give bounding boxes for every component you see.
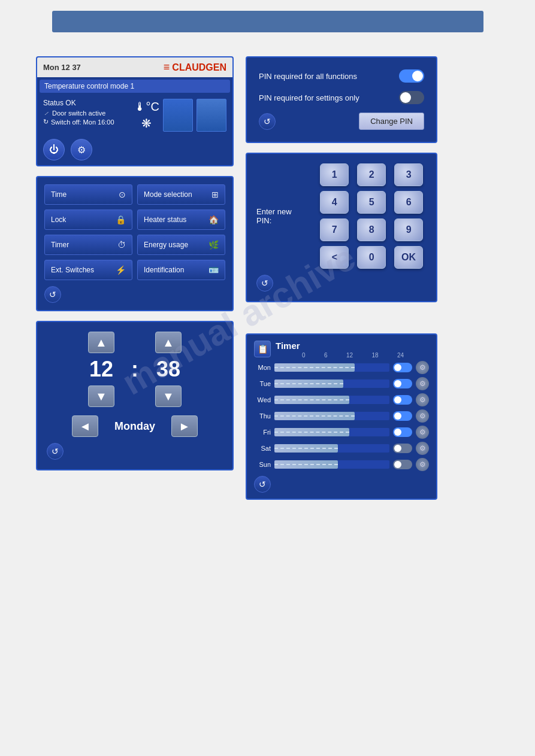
timer-toggle-knob-sat <box>394 445 401 452</box>
settings-btn-id[interactable]: Identification 🪪 <box>137 260 225 280</box>
key-back[interactable]: < <box>320 246 349 269</box>
timer-bar-mon[interactable] <box>274 363 389 372</box>
timer-toggle-sun[interactable] <box>393 460 412 469</box>
timer-gear-tue[interactable]: ⚙ <box>416 377 429 390</box>
timer-bar-thu[interactable] <box>274 412 389 420</box>
pin-label-2: PIN required for settings only <box>259 93 359 102</box>
settings-button[interactable]: ⚙ <box>71 139 92 160</box>
timer-gear-mon[interactable]: ⚙ <box>416 361 429 374</box>
mode-label: Temperature control mode 1 <box>44 82 134 90</box>
scale-12: 12 <box>346 352 353 359</box>
settings-btn-mode[interactable]: Mode selection ⊞ <box>137 184 225 205</box>
timer-bar-wed[interactable] <box>274 396 389 404</box>
settings-btn-lock[interactable]: Lock 🔒 <box>44 210 132 230</box>
right-column: PIN required for all functions PIN requi… <box>246 56 437 500</box>
time-footer: ↺ <box>47 443 223 460</box>
timer-copy-button[interactable]: 📋 <box>254 341 271 357</box>
timer-toggle-tue[interactable] <box>393 379 412 388</box>
time-separator: : <box>131 357 138 382</box>
key-1[interactable]: 1 <box>320 163 349 186</box>
timer-bar-line-fri <box>274 432 349 433</box>
keypad-footer: ↺ <box>256 275 427 292</box>
pin-label-1: PIN required for all functions <box>259 72 357 81</box>
timer-title: Timer <box>276 341 300 351</box>
temp-block-2[interactable] <box>197 99 226 132</box>
logo-text: CLAUDGEN <box>172 62 226 73</box>
timer-gear-fri[interactable]: ⚙ <box>416 426 429 439</box>
timer-toggle-knob-fri <box>394 429 401 436</box>
key-6[interactable]: 6 <box>394 191 423 214</box>
key-3[interactable]: 3 <box>394 163 423 186</box>
hours-down-button[interactable]: ▼ <box>88 385 114 407</box>
timer-row-fri: Fri ⚙ <box>254 426 429 439</box>
minutes-up-button[interactable]: ▲ <box>155 332 182 353</box>
timer-bar-fri[interactable] <box>274 428 389 436</box>
timer-bar-fill-mon <box>274 363 355 372</box>
timer-bar-sun[interactable] <box>274 460 389 469</box>
temp-block-1[interactable] <box>163 99 193 132</box>
pin-toggle-2[interactable] <box>399 91 424 104</box>
timer-row-mon: Mon ⚙ <box>254 361 429 374</box>
pin-footer: ↺ Change PIN <box>259 113 424 130</box>
timer-panel: 📋 Timer 0 6 12 18 24 Mon <box>246 333 437 500</box>
timer-row-tue: Tue ⚙ <box>254 377 429 390</box>
pin-toggle-1[interactable] <box>399 69 424 83</box>
timer-toggle-sat[interactable] <box>393 444 412 453</box>
change-pin-button[interactable]: Change PIN <box>359 113 424 130</box>
settings-btn-time[interactable]: Time ⊙ <box>44 184 132 205</box>
key-2[interactable]: 2 <box>357 163 386 186</box>
lock-label: Lock <box>51 215 66 224</box>
power-button[interactable]: ⏻ <box>43 139 65 160</box>
day-prev-button[interactable]: ◄ <box>72 415 98 437</box>
timer-toggle-mon[interactable] <box>393 363 412 372</box>
key-ok[interactable]: OK <box>394 246 423 269</box>
hours-value: 12 <box>77 357 125 382</box>
scale-18: 18 <box>371 352 378 359</box>
key-8[interactable]: 8 <box>357 218 386 241</box>
settings-btn-ext[interactable]: Ext. Switches ⚡ <box>44 260 132 280</box>
key-9[interactable]: 9 <box>394 218 423 241</box>
thermostat-body: Status OK ⟋ Door switch active ↻ Switch … <box>37 95 232 135</box>
timer-bar-sat[interactable] <box>274 444 389 453</box>
key-4[interactable]: 4 <box>320 191 349 214</box>
settings-back-button[interactable]: ↺ <box>44 286 61 303</box>
hours-up-button[interactable]: ▲ <box>88 332 114 353</box>
timer-gear-wed[interactable]: ⚙ <box>416 393 429 406</box>
timer-bar-fill-thu <box>274 412 355 420</box>
key-7[interactable]: 7 <box>320 218 349 241</box>
claudgen-logo: ≡ CLAUDGEN <box>164 61 226 74</box>
pin-back-button[interactable]: ↺ <box>259 113 276 130</box>
time-back-button[interactable]: ↺ <box>47 443 64 460</box>
mode-icon: ⊞ <box>211 190 219 199</box>
minutes-down-button[interactable]: ▼ <box>155 385 182 407</box>
door-switch-row: ⟋ Door switch active <box>43 110 129 117</box>
timer-gear-sat[interactable]: ⚙ <box>416 442 429 455</box>
scale-0: 0 <box>302 352 306 359</box>
heater-label: Heater status <box>144 215 186 224</box>
fan-icon: ❋ <box>141 116 152 130</box>
settings-btn-energy[interactable]: Energy usage 🌿 <box>137 235 225 255</box>
pin-panel: PIN required for all functions PIN requi… <box>246 56 437 143</box>
timer-toggle-fri[interactable] <box>393 427 412 437</box>
timer-gear-sun[interactable]: ⚙ <box>416 458 429 471</box>
timer-toggle-knob-sun <box>394 461 401 468</box>
timer-gear-thu[interactable]: ⚙ <box>416 409 429 423</box>
timer-bar-line-wed <box>274 399 349 400</box>
thermostat-footer: ⏻ ⚙ <box>37 135 232 165</box>
timer-day-thu: Thu <box>254 412 271 420</box>
timer-back-button[interactable]: ↺ <box>254 476 271 493</box>
keypad-back-button[interactable]: ↺ <box>256 275 273 292</box>
key-0[interactable]: 0 <box>357 246 386 269</box>
timer-row-thu: Thu ⚙ <box>254 409 429 423</box>
timer-bar-tue[interactable] <box>274 379 389 388</box>
timer-toggle-thu[interactable] <box>393 411 412 421</box>
settings-btn-heater[interactable]: Heater status 🏠 <box>137 210 225 230</box>
settings-btn-timer[interactable]: Timer ⏱ <box>44 235 132 255</box>
key-5[interactable]: 5 <box>357 191 386 214</box>
thermometer-icon: 🌡°C <box>134 100 159 114</box>
pin-row-1: PIN required for all functions <box>259 69 424 83</box>
day-next-button[interactable]: ► <box>171 415 198 437</box>
timer-toggle-wed[interactable] <box>393 395 412 405</box>
id-icon: 🪪 <box>208 265 219 275</box>
timer-toggle-knob-mon <box>394 364 401 371</box>
